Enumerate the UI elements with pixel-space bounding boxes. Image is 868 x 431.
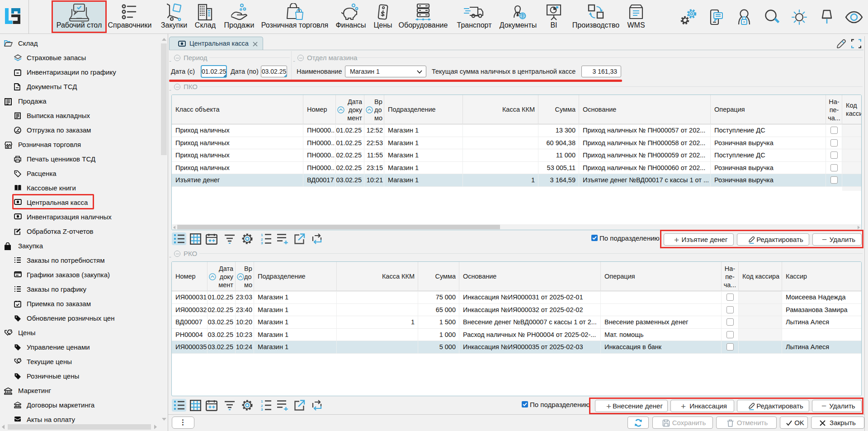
svg-text:3: 3 (261, 407, 263, 411)
svg-text:1: 1 (261, 233, 263, 237)
svg-text:3: 3 (261, 241, 263, 244)
svg-text:1: 1 (261, 400, 263, 403)
